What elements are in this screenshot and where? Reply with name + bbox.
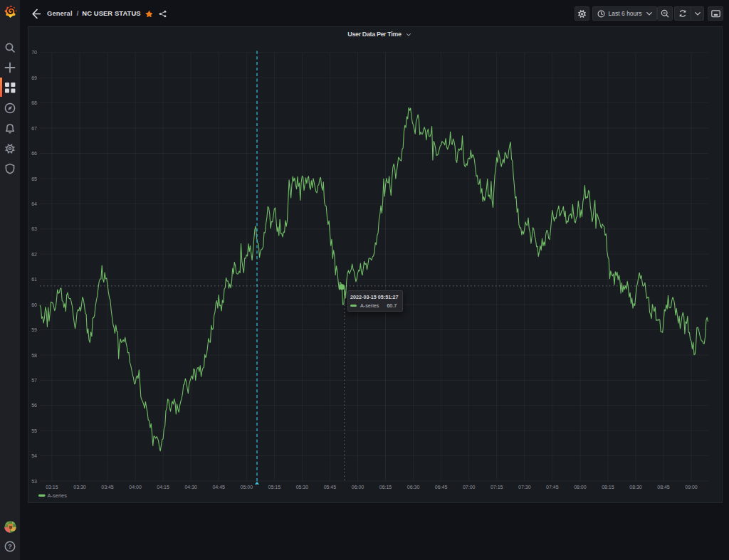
svg-text:06:45: 06:45 [435, 485, 448, 490]
svg-text:57: 57 [31, 378, 37, 383]
svg-text:09:00: 09:00 [685, 485, 698, 490]
svg-text:69: 69 [31, 75, 37, 80]
svg-text:07:45: 07:45 [546, 485, 559, 490]
svg-text:05:30: 05:30 [296, 485, 309, 490]
svg-text:06:00: 06:00 [352, 485, 364, 490]
svg-text:63: 63 [31, 226, 37, 231]
svg-text:66: 66 [31, 151, 37, 156]
svg-text:67: 67 [31, 126, 37, 131]
svg-text:64: 64 [31, 201, 37, 206]
svg-text:61: 61 [31, 277, 37, 282]
svg-text:05:45: 05:45 [324, 485, 337, 490]
svg-text:04:15: 04:15 [157, 485, 169, 490]
svg-text:08:00: 08:00 [574, 485, 587, 490]
svg-text:58: 58 [31, 353, 37, 358]
svg-text:56: 56 [31, 403, 37, 408]
svg-text:04:00: 04:00 [129, 485, 142, 490]
svg-text:05:00: 05:00 [241, 485, 253, 490]
svg-text:53: 53 [31, 479, 37, 484]
svg-text:08:30: 08:30 [629, 485, 642, 490]
svg-text:06:30: 06:30 [407, 485, 420, 490]
svg-text:07:15: 07:15 [491, 485, 503, 490]
svg-text:59: 59 [31, 327, 37, 332]
svg-text:62: 62 [31, 252, 37, 257]
svg-text:A-series: A-series [48, 492, 68, 499]
svg-text:03:15: 03:15 [46, 485, 58, 490]
svg-text:54: 54 [31, 453, 37, 458]
svg-text:08:15: 08:15 [602, 485, 614, 490]
svg-text:65: 65 [31, 176, 37, 181]
svg-text:?: ? [8, 542, 12, 550]
svg-text:70: 70 [31, 50, 37, 55]
svg-text:07:30: 07:30 [518, 485, 531, 490]
svg-text:68: 68 [31, 100, 37, 105]
svg-text:03:45: 03:45 [101, 485, 114, 490]
svg-text:04:45: 04:45 [212, 485, 225, 490]
svg-text:08:45: 08:45 [657, 485, 670, 490]
svg-text:05:15: 05:15 [268, 485, 281, 490]
svg-text:06:15: 06:15 [379, 485, 392, 490]
svg-text:07:00: 07:00 [463, 485, 476, 490]
svg-text:04:30: 04:30 [184, 485, 197, 490]
svg-text:03:30: 03:30 [73, 485, 86, 490]
svg-text:55: 55 [31, 428, 37, 433]
svg-text:60: 60 [31, 302, 37, 307]
